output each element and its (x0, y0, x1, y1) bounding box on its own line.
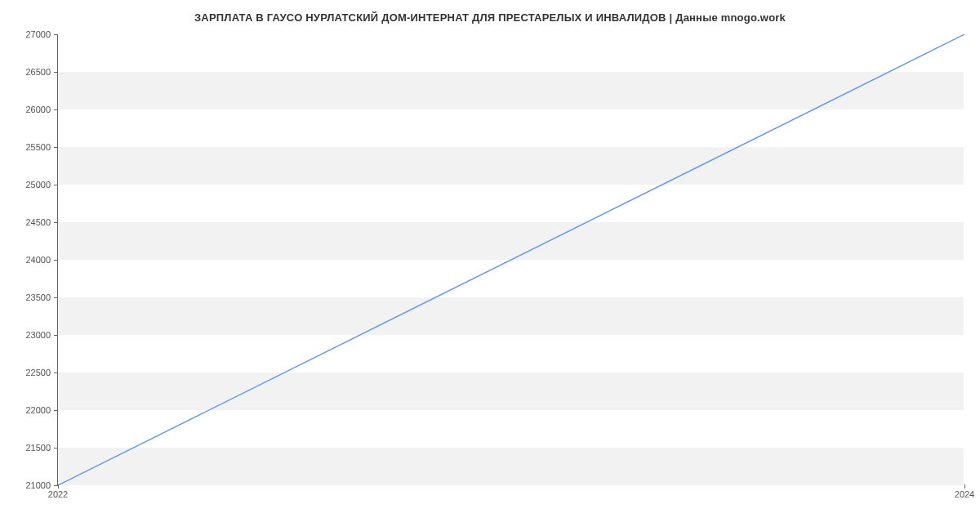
y-tick-label: 22500 (10, 368, 51, 377)
y-tick-label: 21500 (10, 443, 51, 453)
x-tick-label: 2024 (955, 489, 974, 499)
y-tick-mark (54, 410, 58, 411)
y-tick-label: 22000 (10, 405, 51, 415)
y-tick-mark (54, 185, 58, 185)
y-tick-label: 24500 (10, 217, 51, 227)
y-tick-label: 23500 (10, 292, 51, 302)
y-tick-mark (54, 147, 58, 148)
grid-band (58, 72, 964, 109)
y-tick-mark (54, 297, 58, 298)
plot-area: 2100021500220002250023000235002400024500… (57, 34, 964, 485)
grid-band (58, 147, 964, 185)
y-tick-mark (54, 109, 58, 110)
chart-container: 2100021500220002250023000235002400024500… (57, 34, 964, 485)
x-tick-mark (964, 484, 965, 489)
x-tick-label: 2022 (48, 489, 68, 499)
x-tick-mark (58, 484, 59, 489)
y-tick-label: 26500 (10, 67, 51, 77)
y-tick-mark (54, 222, 58, 223)
y-tick-label: 27000 (10, 29, 51, 39)
y-tick-mark (54, 373, 58, 373)
y-tick-mark (54, 260, 58, 261)
grid-band (58, 297, 964, 335)
grid-band (58, 222, 964, 260)
y-tick-label: 24000 (10, 255, 51, 265)
y-tick-mark (54, 335, 58, 336)
grid-band (58, 373, 964, 410)
y-tick-label: 21000 (10, 480, 51, 490)
y-tick-mark (54, 34, 58, 35)
y-tick-mark (54, 72, 58, 73)
y-tick-mark (54, 448, 58, 448)
y-tick-label: 25000 (10, 180, 51, 190)
y-tick-label: 23000 (10, 330, 51, 340)
y-tick-label: 26000 (10, 105, 51, 114)
chart-title: ЗАРПЛАТА В ГАУСО НУРЛАТСКИЙ ДОМ-ИНТЕРНАТ… (0, 0, 980, 24)
y-tick-label: 25500 (10, 142, 51, 152)
grid-band (58, 448, 964, 485)
